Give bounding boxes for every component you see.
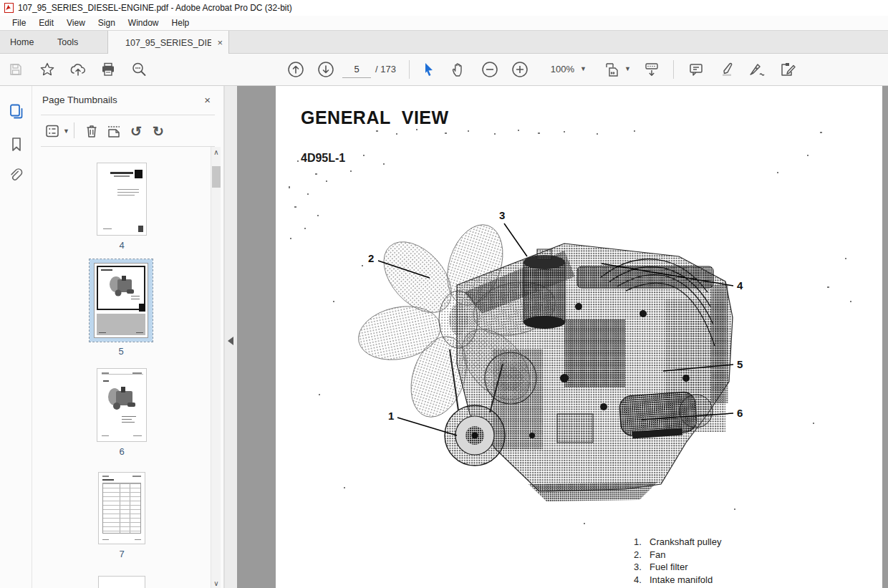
thumbnail-options-icon [45, 124, 61, 138]
tab-document[interactable]: 107_95_SERIES_DIE... × [107, 31, 229, 54]
tab-home[interactable]: Home [10, 31, 34, 54]
tab-close-icon[interactable]: × [217, 38, 223, 47]
save-button[interactable] [6, 60, 25, 79]
fit-page-icon [604, 61, 621, 78]
panel-title: Page Thumbnails [42, 95, 117, 105]
engine-illustration: 1 2 3 4 5 6 [349, 199, 751, 507]
favorite-star-button[interactable] [38, 60, 57, 79]
main-toolbar: / 173 100% ▼ ▼ [0, 54, 888, 86]
thumbnail-page-number: 5 [118, 346, 123, 357]
tab-bar: Home Tools 107_95_SERIES_DIE... × [0, 30, 888, 54]
fill-sign-tool-button[interactable] [748, 60, 767, 79]
thumbnail-page-8-partial[interactable] [98, 576, 145, 588]
cursor-arrow-icon [421, 62, 435, 77]
page-count-label: / 173 [375, 64, 396, 74]
comment-bubble-icon [688, 62, 704, 77]
page-thumbnails-rail-button[interactable] [6, 102, 26, 121]
zoom-out-button[interactable] [481, 60, 499, 79]
document-viewport[interactable]: GENERAL VIEW 4D95L-1 [237, 86, 888, 588]
callout-3: 3 [499, 209, 505, 221]
thumbnail-image [94, 263, 148, 338]
bookmarks-rail-button[interactable] [6, 135, 26, 154]
plus-circle-icon [511, 61, 529, 78]
scroll-page-icon [643, 61, 660, 78]
page-number-field[interactable] [342, 61, 371, 78]
extract-page-icon [106, 123, 122, 139]
parts-legend: 1. Crankshaft pulley 2. Fan 3. Fuel filt… [634, 536, 721, 586]
options-caret-icon[interactable]: ▼ [63, 127, 69, 135]
legend-item: 4. Intake manifold [634, 574, 721, 587]
thumbnail-image [98, 472, 145, 544]
thumbnail-page-4[interactable]: 4 [97, 163, 147, 251]
menu-sign[interactable]: Sign [92, 16, 122, 30]
rotate-left-button[interactable]: ↺ [127, 122, 145, 140]
page-thumbnails-icon [9, 103, 24, 120]
scrollbar-up-icon[interactable]: ∧ [211, 147, 221, 157]
fuel-filter-shape [523, 249, 565, 329]
callout-1: 1 [388, 410, 394, 422]
panel-tools-divider [74, 122, 74, 138]
thumbnail-scrollbar[interactable]: ∧ ∨ [211, 147, 221, 588]
next-page-button[interactable] [317, 60, 335, 79]
thumbnail-page-number: 4 [119, 240, 124, 251]
search-icon [131, 62, 147, 77]
print-button[interactable] [99, 60, 117, 79]
menu-edit[interactable]: Edit [32, 16, 60, 30]
acrobat-pdf-icon [4, 3, 14, 13]
page-fit-caret-icon[interactable]: ▼ [624, 65, 631, 72]
thumbnail-page-7[interactable]: 7 [98, 472, 145, 559]
collapse-panel-icon[interactable] [228, 337, 233, 345]
page-number-input[interactable] [342, 61, 371, 77]
highlight-tool-button[interactable] [718, 60, 736, 79]
panel-close-icon[interactable]: × [204, 94, 211, 106]
hand-icon [451, 62, 467, 77]
find-button[interactable] [130, 60, 148, 79]
thumbnail-image [98, 576, 145, 588]
zoom-level-value[interactable]: 100% [546, 64, 574, 74]
thumbnail-image [97, 163, 147, 236]
paperclip-icon [8, 168, 25, 185]
rotate-left-icon: ↺ [130, 123, 142, 140]
menu-file[interactable]: File [6, 16, 32, 30]
page-down-icon [317, 61, 334, 78]
window-titlebar: 107_95_SERIES_DIESEL-ENGINE.pdf - Adobe … [0, 0, 888, 16]
scrollbar-thumb[interactable] [212, 166, 221, 188]
thumbnail-options-button[interactable] [44, 122, 62, 140]
edit-pdf-tool-button[interactable] [778, 60, 797, 79]
save-icon [9, 62, 23, 77]
callout-4: 4 [737, 279, 743, 291]
attachments-rail-button[interactable] [6, 166, 26, 185]
thumbnail-image [97, 368, 147, 442]
menu-window[interactable]: Window [122, 16, 165, 30]
menu-view[interactable]: View [60, 16, 92, 30]
menu-help[interactable]: Help [165, 16, 196, 30]
panel-collapse-strip[interactable] [224, 86, 237, 588]
legend-item: 1. Crankshaft pulley [634, 536, 721, 549]
fountain-pen-icon [748, 62, 767, 77]
delete-pages-button[interactable] [82, 122, 101, 140]
cloud-upload-icon [69, 62, 87, 77]
thumbnail-page-6[interactable]: 6 [97, 368, 147, 457]
zoom-dropdown-caret-icon[interactable]: ▼ [580, 65, 587, 72]
scrolling-mode-button[interactable] [642, 60, 661, 79]
zoom-in-button[interactable] [511, 60, 529, 79]
thumbnail-page-number: 6 [119, 446, 124, 457]
extract-pages-button[interactable] [105, 122, 123, 140]
share-cloud-button[interactable] [69, 60, 87, 79]
highlighter-icon [718, 61, 735, 78]
thumbnail-list: 4 [32, 147, 223, 588]
tab-tools[interactable]: Tools [57, 31, 78, 54]
menu-bar: File Edit View Sign Window Help [0, 16, 888, 30]
page-fit-dropdown-button[interactable] [603, 60, 622, 79]
thumbnail-page-5-selected[interactable]: 5 [90, 259, 153, 357]
comment-tool-button[interactable] [687, 60, 705, 79]
select-tool-button[interactable] [419, 60, 438, 79]
previous-page-button[interactable] [286, 60, 305, 79]
callout-6: 6 [737, 407, 743, 419]
scrollbar-down-icon[interactable]: ∨ [211, 578, 221, 588]
thumbnail-selection-highlight [90, 259, 153, 342]
hand-tool-button[interactable] [450, 60, 468, 79]
rotate-right-button[interactable]: ↻ [149, 122, 168, 140]
navigation-rail [0, 86, 32, 588]
thumbnail-page-number: 7 [119, 549, 124, 559]
